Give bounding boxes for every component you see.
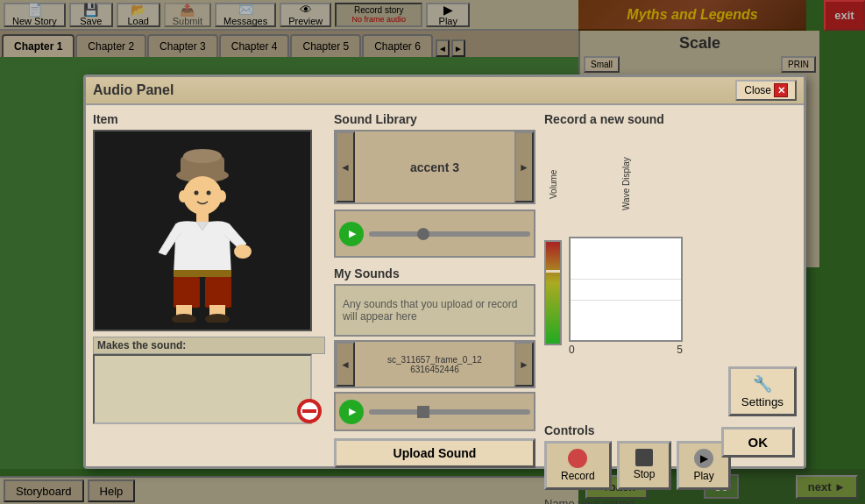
sound-library-label: Sound Library (334, 112, 535, 126)
play-triangle-icon: ▶ (694, 449, 713, 468)
my-sounds-next-button[interactable]: ► (514, 342, 534, 387)
ok-button[interactable]: OK (721, 427, 796, 458)
close-area: Close ✕ (735, 80, 797, 101)
wave-display-label-container: Wave Display 0 5 (569, 131, 683, 356)
record-control-button[interactable]: Record (544, 441, 612, 490)
wave-line-2 (571, 300, 681, 301)
close-button[interactable]: Close ✕ (735, 80, 797, 101)
volume-label: Volume (549, 131, 558, 237)
svg-rect-13 (205, 277, 231, 308)
sound-play-area (334, 209, 535, 258)
upload-sound-label: Upload Sound (394, 446, 477, 460)
sound-slider[interactable] (369, 231, 530, 237)
settings-label: Settings (741, 395, 783, 408)
my-sounds-slider-thumb[interactable] (417, 406, 429, 418)
makes-sound-label: Makes the sound: (93, 337, 325, 354)
svg-point-3 (183, 176, 222, 215)
no-entry-icon (297, 399, 322, 423)
wave-max-value: 5 (677, 344, 683, 356)
svg-point-4 (195, 191, 199, 195)
svg-rect-12 (174, 277, 200, 308)
my-sounds-filename: sc_311657_frame_0_12 (355, 355, 514, 365)
record-new-sound-label: Record a new sound (544, 112, 797, 126)
svg-rect-11 (174, 270, 231, 277)
close-label: Close (744, 84, 771, 96)
svg-point-7 (217, 190, 226, 202)
my-sounds-info-text: Any sounds that you upload or record wil… (343, 298, 527, 323)
svg-point-5 (207, 191, 211, 195)
settings-area: 🔧 Settings (544, 363, 797, 416)
character-svg (132, 138, 273, 323)
item-section: Item (93, 112, 325, 459)
my-sounds-prev-button[interactable]: ◄ (336, 342, 355, 387)
upload-sound-button[interactable]: Upload Sound (334, 438, 535, 468)
my-sounds-play-button[interactable] (339, 400, 364, 424)
audio-panel: Audio Panel Close ✕ Item (83, 75, 806, 469)
my-sounds-file-display: sc_311657_frame_0_12 6316452446 (355, 355, 514, 374)
my-sounds-slider[interactable] (369, 409, 530, 415)
svg-point-17 (205, 314, 230, 323)
my-sounds-nav: ◄ sc_311657_frame_0_12 6316452446 ► (334, 340, 535, 388)
wave-display-label: Wave Display (569, 131, 683, 237)
svg-point-2 (183, 149, 222, 163)
sound-library-prev-button[interactable]: ◄ (336, 131, 355, 202)
sound-textarea[interactable] (93, 354, 312, 424)
audio-panel-title: Audio Panel (93, 82, 174, 98)
sound-library-nav: ◄ accent 3 ► (334, 130, 535, 204)
name-sound-label: Name your sound: (544, 497, 797, 504)
my-sounds-filename2: 6316452446 (355, 365, 514, 374)
item-image-box (93, 130, 312, 331)
settings-button[interactable]: 🔧 Settings (728, 366, 797, 416)
stop-control-button[interactable]: Stop (617, 441, 672, 490)
svg-point-16 (172, 314, 196, 323)
wave-numbers: 0 5 (569, 344, 683, 356)
my-sounds-info: Any sounds that you upload or record wil… (334, 284, 535, 337)
audio-panel-body: Item (86, 105, 804, 466)
makes-sound-container: Makes the sound: (93, 337, 325, 427)
record-btn-label: Record (561, 470, 595, 482)
wave-line-1 (571, 279, 681, 280)
svg-point-6 (179, 190, 188, 202)
volume-bar (544, 240, 562, 345)
volume-bar-container: Volume (544, 131, 562, 356)
sound-library-play-button[interactable] (339, 222, 364, 246)
stop-btn-label: Stop (634, 468, 656, 480)
my-sounds-play-area (334, 392, 535, 431)
sound-slider-thumb[interactable] (417, 228, 429, 240)
wave-display-area: Volume Wave Display 0 5 (544, 131, 797, 356)
stop-square-icon (635, 449, 653, 466)
sound-library-section: Sound Library ◄ accent 3 ► My Sounds Any… (334, 112, 535, 459)
volume-indicator (546, 270, 560, 273)
settings-icon: 🔧 (753, 374, 772, 394)
record-circle-icon (568, 449, 587, 468)
my-sounds-section: My Sounds Any sounds that you upload or … (334, 266, 535, 468)
item-label: Item (93, 112, 325, 126)
sound-library-next-button[interactable]: ► (514, 131, 534, 202)
close-x-icon: ✕ (774, 83, 788, 97)
wave-display-box (569, 237, 683, 342)
play-btn-label: Play (693, 470, 713, 482)
sound-name-display: accent 3 (355, 160, 514, 174)
wave-min-value: 0 (569, 344, 575, 356)
svg-point-10 (234, 245, 252, 259)
my-sounds-label: My Sounds (334, 266, 535, 280)
ok-label: OK (748, 435, 769, 450)
record-section: Record a new sound Volume Wave Display (544, 112, 797, 459)
audio-panel-header: Audio Panel Close ✕ (86, 77, 804, 105)
